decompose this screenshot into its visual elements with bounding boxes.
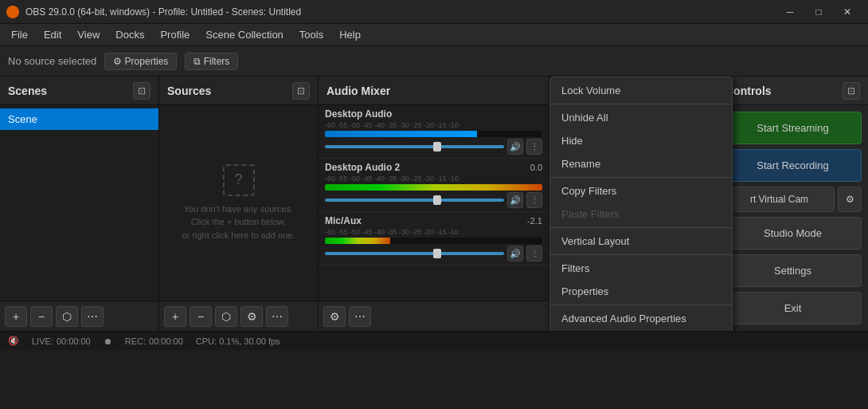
volume-slider[interactable] xyxy=(325,145,504,148)
scene-more-button[interactable]: ⋯ xyxy=(81,306,104,327)
channel-mic-aux: Mic/Aux -2.1 -60 -55 -50 -45 -40 -35 -30… xyxy=(319,212,549,265)
context-rename[interactable]: Rename xyxy=(550,152,732,175)
mute-button[interactable]: 🔊 xyxy=(507,139,523,155)
menu-tools[interactable]: Tools xyxy=(291,26,331,44)
status-rec-icon: ⏺ xyxy=(104,336,112,346)
mute-button-3[interactable]: 🔊 xyxy=(507,246,523,262)
virtual-cam-settings-button[interactable]: ⚙ xyxy=(838,187,862,212)
sources-panel-title: Sources xyxy=(167,85,211,97)
sources-empty-text: You don't have any sources.Click the + b… xyxy=(182,203,295,242)
status-cpu: CPU: 0.1%, 30.00 fps xyxy=(196,336,280,346)
meter-bar xyxy=(325,131,542,137)
context-unhide-all[interactable]: Unhide All xyxy=(550,106,732,129)
start-recording-button[interactable]: Start Recording xyxy=(724,149,862,182)
volume-slider-3[interactable] xyxy=(325,252,504,255)
controls-maximize-button[interactable]: ⊡ xyxy=(843,82,860,100)
channel-controls-3: 🔊 ⋮ xyxy=(325,246,542,262)
virtual-cam-button[interactable]: rt Virtual Cam xyxy=(724,187,835,212)
mixer-more-button[interactable]: ⋯ xyxy=(349,306,371,327)
context-filters[interactable]: Filters xyxy=(550,257,732,280)
context-divider-1 xyxy=(550,104,732,104)
context-menu: Lock Volume Unhide All Hide Rename Copy … xyxy=(549,77,733,331)
channel-name-2: Desktop Audio 2 xyxy=(325,162,400,173)
sources-panel-header: Sources ⊡ xyxy=(159,77,318,105)
audio-mixer-panel: Audio Mixer Desktop Audio -60 -55 -50 -4… xyxy=(319,77,549,331)
context-properties[interactable]: Properties xyxy=(550,280,732,303)
scene-item[interactable]: Scene xyxy=(0,108,158,130)
menu-scene-collection[interactable]: Scene Collection xyxy=(197,26,291,44)
controls-content: Start Streaming Start Recording rt Virtu… xyxy=(717,105,868,331)
source-filter-button[interactable]: ⬡ xyxy=(215,306,237,327)
remove-source-button[interactable]: − xyxy=(190,306,212,327)
channel-dots-button[interactable]: ⋮ xyxy=(526,139,542,155)
titlebar: OBS 29.0.0 (64-bit, windows) - Profile: … xyxy=(0,0,868,24)
settings-button[interactable]: Settings xyxy=(724,254,862,287)
context-hide[interactable]: Hide xyxy=(550,129,732,152)
add-source-button[interactable]: + xyxy=(164,306,186,327)
mixer-panel-header: Audio Mixer xyxy=(319,77,549,105)
meter-fill-2 xyxy=(325,184,542,191)
menu-docks[interactable]: Docks xyxy=(108,26,152,44)
cpu-label: CPU: 0.1%, 30.00 fps xyxy=(196,336,280,346)
maximize-button[interactable]: □ xyxy=(804,0,833,24)
start-streaming-button[interactable]: Start Streaming xyxy=(724,112,862,144)
controls-header: Controls ⊡ xyxy=(717,77,868,105)
context-paste-filters: Paste Filters xyxy=(550,203,732,226)
context-divider-4 xyxy=(550,254,732,255)
live-label: LIVE: xyxy=(32,336,53,346)
content-area: Scenes ⊡ Scene + − ⬡ ⋯ Sources ⊡ ? You d… xyxy=(0,77,868,331)
channel-desktop-audio: Desktop Audio -60 -55 -50 -45 -40 -35 -3… xyxy=(319,105,549,159)
sources-footer: + − ⬡ ⚙ ⋯ xyxy=(159,301,318,331)
minimize-button[interactable]: ─ xyxy=(776,0,804,24)
studio-mode-button[interactable]: Studio Mode xyxy=(724,217,862,250)
meter-scale-2: -60 -55 -50 -45 -40 -35 -30 -25 -20 -15 … xyxy=(325,175,542,183)
source-settings-button[interactable]: ⚙ xyxy=(240,306,263,327)
scenes-panel-header: Scenes ⊡ xyxy=(0,77,158,105)
filters-button[interactable]: ⧉ Filters xyxy=(185,53,238,70)
add-scene-button[interactable]: + xyxy=(5,306,27,327)
channel-dots-button-3[interactable]: ⋮ xyxy=(526,246,542,262)
context-advanced-audio[interactable]: Advanced Audio Properties xyxy=(550,307,732,330)
sources-maximize-button[interactable]: ⊡ xyxy=(292,82,310,100)
source-bar: No source selected ⚙ Properties ⧉ Filter… xyxy=(0,46,868,77)
menu-help[interactable]: Help xyxy=(331,26,369,44)
exit-button[interactable]: Exit xyxy=(724,292,862,324)
menu-view[interactable]: View xyxy=(69,26,108,44)
channel-header-3: Mic/Aux -2.1 xyxy=(325,215,542,226)
channel-db-2: 0.0 xyxy=(530,163,542,172)
meter-bar-3 xyxy=(325,238,542,244)
virtual-cam-row: rt Virtual Cam ⚙ xyxy=(724,187,862,212)
status-rec: REC: 00:00:00 xyxy=(125,336,183,346)
context-lock-volume[interactable]: Lock Volume xyxy=(550,79,732,102)
source-more-button[interactable]: ⋯ xyxy=(266,306,288,327)
menu-profile[interactable]: Profile xyxy=(152,26,197,44)
mute-button-2[interactable]: 🔊 xyxy=(507,192,523,208)
status-mute: 🔇 xyxy=(8,336,19,346)
sources-empty-icon: ? xyxy=(223,164,255,196)
scenes-footer: + − ⬡ ⋯ xyxy=(0,301,158,331)
menu-file[interactable]: File xyxy=(3,26,36,44)
channel-controls-2: 🔊 ⋮ xyxy=(325,192,542,208)
channel-name: Desktop Audio xyxy=(325,108,392,120)
remove-scene-button[interactable]: − xyxy=(30,306,53,327)
rec-time: 00:00:00 xyxy=(149,336,183,346)
close-button[interactable]: ✕ xyxy=(833,0,862,24)
rec-label: REC: xyxy=(125,336,146,346)
app-icon xyxy=(6,6,19,18)
mixer-settings-button[interactable]: ⚙ xyxy=(323,306,346,327)
sources-empty-state: ? You don't have any sources.Click the +… xyxy=(159,105,318,301)
scenes-panel: Scenes ⊡ Scene + − ⬡ ⋯ xyxy=(0,77,159,331)
mixer-footer: ⚙ ⋯ xyxy=(319,301,549,331)
channel-dots-button-2[interactable]: ⋮ xyxy=(526,192,542,208)
context-vertical-layout[interactable]: Vertical Layout xyxy=(550,230,732,253)
channel-header-2: Desktop Audio 2 0.0 xyxy=(325,162,542,173)
volume-slider-2[interactable] xyxy=(325,199,504,202)
scenes-maximize-button[interactable]: ⊡ xyxy=(133,82,151,100)
context-copy-filters[interactable]: Copy Filters xyxy=(550,179,732,203)
properties-button[interactable]: ⚙ Properties xyxy=(104,53,177,70)
meter-fill-3 xyxy=(325,238,390,244)
menu-edit[interactable]: Edit xyxy=(36,26,69,44)
selected-source-label: No source selected xyxy=(8,55,96,67)
channel-controls: 🔊 ⋮ xyxy=(325,139,542,155)
scene-filter-button[interactable]: ⬡ xyxy=(56,306,78,327)
